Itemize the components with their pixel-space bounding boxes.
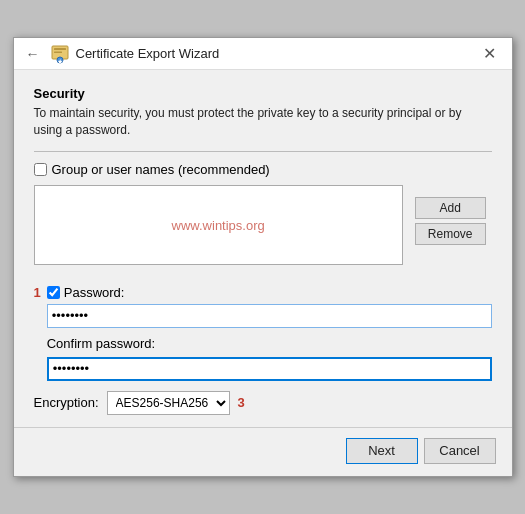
group-checkbox-row: Group or user names (recommended)	[34, 162, 492, 177]
section-description: To maintain security, you must protect t…	[34, 105, 492, 139]
wizard-window: ← ★ Certificate Export Wizard ✕ Security…	[13, 37, 513, 477]
password-input[interactable]	[47, 304, 492, 328]
add-button[interactable]: Add	[415, 197, 486, 219]
encryption-label: Encryption:	[34, 395, 99, 410]
svg-text:★: ★	[57, 58, 63, 64]
password-checkbox-row: 1 Password:	[34, 285, 492, 300]
group-list-box: www.wintips.org	[34, 185, 403, 265]
svg-rect-1	[54, 48, 66, 50]
back-button[interactable]: ←	[22, 44, 44, 64]
wizard-content: Security To maintain security, you must …	[14, 70, 512, 427]
badge-1: 1	[34, 285, 41, 300]
titlebar-left: ← ★ Certificate Export Wizard	[22, 44, 220, 64]
titlebar: ← ★ Certificate Export Wizard ✕	[14, 38, 512, 70]
cancel-button[interactable]: Cancel	[424, 438, 496, 464]
certificate-icon: ★	[50, 44, 70, 64]
confirm-password-label: Confirm password:	[47, 336, 155, 351]
confirm-input-row: 2	[34, 357, 492, 383]
watermark-text: www.wintips.org	[172, 217, 265, 232]
password-section: 1 Password: 2 2 Confirm password: 2	[34, 285, 492, 415]
badge-3: 3	[238, 395, 245, 410]
encryption-select[interactable]: AES256-SHA256 TripleDES-SHA1	[107, 391, 230, 415]
password-checkbox[interactable]	[47, 286, 60, 299]
close-button[interactable]: ✕	[476, 40, 504, 68]
password-checkbox-label: Password:	[64, 285, 125, 300]
password-input-row: 2	[34, 304, 492, 330]
footer: Next Cancel	[14, 427, 512, 476]
next-button[interactable]: Next	[346, 438, 418, 464]
group-buttons: Add Remove	[409, 191, 492, 251]
group-list-section: www.wintips.org Add Remove	[34, 185, 492, 275]
section-title: Security	[34, 86, 492, 101]
window-title: Certificate Export Wizard	[76, 46, 220, 61]
remove-button[interactable]: Remove	[415, 223, 486, 245]
confirm-password-input[interactable]	[47, 357, 492, 381]
group-checkbox-label: Group or user names (recommended)	[52, 162, 270, 177]
encryption-row: Encryption: AES256-SHA256 TripleDES-SHA1…	[34, 391, 492, 415]
confirm-label-row: 2 Confirm password:	[34, 336, 492, 354]
svg-rect-2	[54, 51, 62, 53]
confirm-section: 2 Confirm password: 2	[34, 336, 492, 383]
group-checkbox[interactable]	[34, 163, 47, 176]
separator	[34, 151, 492, 152]
